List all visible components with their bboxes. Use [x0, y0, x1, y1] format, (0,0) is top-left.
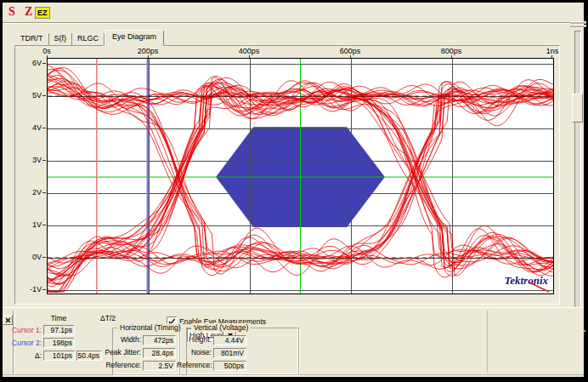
- panel-close-button[interactable]: [3, 315, 13, 325]
- tektronix-slash-icon: [528, 281, 551, 293]
- y-tickmark: [42, 257, 46, 258]
- delta-t-half-field[interactable]: 50.4ps: [76, 351, 102, 361]
- y-tickmark: [42, 192, 46, 193]
- ez-logo-badge[interactable]: EZ: [35, 7, 50, 19]
- height-label: Height:: [189, 335, 212, 345]
- y-tickmark: [42, 225, 46, 225]
- vertical-voltage-group: Vertical (Voltage) Height: 4.44V Noise: …: [186, 328, 299, 375]
- horizontal-timing-group: Horizontal (Timing) Width: 472ps Peak Ji…: [112, 328, 180, 375]
- x-tick-0s: 0s: [28, 47, 65, 55]
- y-tickmark: [42, 63, 46, 64]
- noise-label: Noise:: [189, 348, 212, 357]
- peak-jitter-field[interactable]: 28.4ps: [143, 348, 176, 358]
- delta-time-field[interactable]: 101ps: [43, 351, 75, 361]
- x-tick-800ps: 800ps: [433, 47, 470, 55]
- panel-divider: [487, 311, 488, 373]
- delta-label: Δ:: [4, 351, 42, 361]
- vertical-voltage-title: Vertical (Voltage): [191, 323, 251, 332]
- y-tickmark: [42, 160, 46, 161]
- x-tick-200ps: 200ps: [129, 47, 167, 55]
- y-tickmark: [42, 289, 46, 290]
- x-tick-400ps: 400ps: [230, 47, 268, 55]
- z-impedance-logo[interactable]: Z: [25, 6, 32, 18]
- cursor1-label: Cursor 1:: [4, 325, 42, 335]
- header-delta-t-half: ΔT/2: [93, 313, 123, 323]
- x-tick-600ps: 600ps: [331, 47, 369, 55]
- x-tick-1ns: 1ns: [534, 47, 571, 55]
- y-tick-0v: 0V: [20, 253, 42, 261]
- y-tickmark: [42, 95, 46, 96]
- y-tick-4v: 4V: [20, 123, 42, 132]
- y-tick-5v: 5V: [20, 91, 42, 100]
- y-tickmark: [42, 128, 46, 128]
- tab-strip: TDR/T S(f) RLGC Eye Diagram: [15, 31, 164, 45]
- tab-tdr-t[interactable]: TDR/T: [15, 33, 49, 45]
- y-tick-2v: 2V: [20, 188, 42, 197]
- measurement-panel: Time ΔT/2 Cursor 1: 97.1ps Cursor 2: 198…: [3, 307, 584, 376]
- height-field[interactable]: 4.44V: [213, 335, 246, 345]
- y-tick-6v: 6V: [20, 59, 42, 67]
- peak-jitter-label: Peak Jitter:: [101, 348, 141, 357]
- width-label: Width:: [115, 335, 141, 345]
- panel-bottom-groove: [3, 374, 584, 375]
- plot-scale-slider-track[interactable]: [574, 31, 581, 328]
- v-reference-field[interactable]: 500ps: [213, 361, 246, 371]
- app-window: S Z EZ TDR/T S(f) RLGC Eye Diagram 0s 20…: [0, 0, 588, 382]
- tab-sf[interactable]: S(f): [49, 33, 73, 45]
- tab-eye-diagram[interactable]: Eye Diagram: [105, 30, 164, 46]
- v-reference-label: Reference:: [177, 361, 212, 370]
- eye-diagram-panel: 0s 200ps 400ps 600ps 800ps 1ns 6V 5V 4V …: [14, 45, 560, 305]
- y-tick-neg1v: -1V: [20, 285, 42, 294]
- h-reference-field[interactable]: 2.5V: [143, 361, 176, 371]
- cursor2-label: Cursor 2:: [4, 338, 42, 348]
- toolbar-divider: [3, 22, 584, 24]
- horizontal-timing-title: Horizontal (Timing): [117, 323, 183, 332]
- tab-rlgc[interactable]: RLGC: [72, 33, 105, 45]
- cursor1-time-field[interactable]: 97.1ps: [43, 325, 75, 335]
- eye-diagram-plot[interactable]: Tektronix: [47, 58, 554, 294]
- s-parameters-logo[interactable]: S: [8, 6, 15, 18]
- plot-scale-slider-thumb[interactable]: [572, 94, 583, 123]
- splitter-grip[interactable]: [570, 21, 586, 28]
- width-field[interactable]: 472ps: [143, 335, 176, 345]
- h-reference-label: Reference:: [105, 361, 141, 370]
- y-tick-1v: 1V: [20, 220, 42, 229]
- eye-diagram-svg: [48, 59, 553, 294]
- cursor2-time-field[interactable]: 198ps: [43, 338, 75, 348]
- header-time: Time: [43, 313, 74, 323]
- close-icon: [5, 317, 11, 323]
- y-tick-3v: 3V: [20, 156, 42, 164]
- noise-field[interactable]: 801mV: [213, 348, 246, 358]
